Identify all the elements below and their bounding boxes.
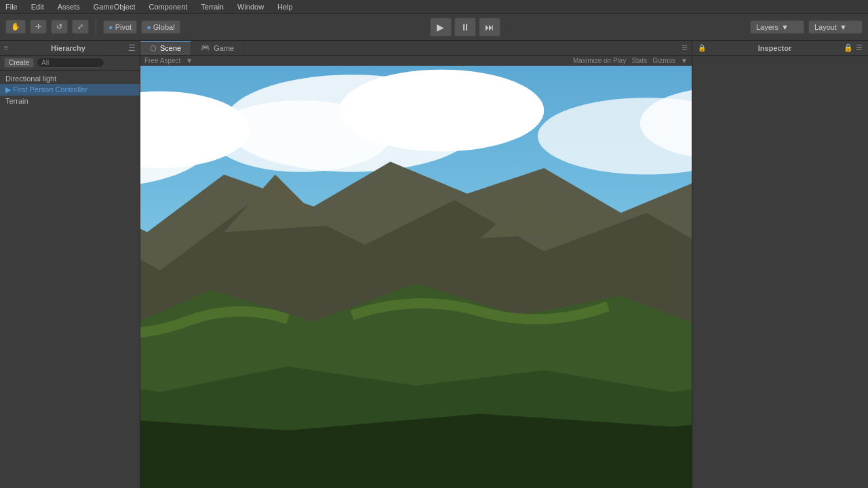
menu-component[interactable]: Component — [146, 3, 190, 11]
hierarchy-search-input[interactable] — [37, 58, 104, 68]
inspector-panel: 🔒 Inspector 🔒 ☰ — [692, 41, 868, 488]
global-button[interactable]: ● Global — [141, 20, 180, 34]
layers-dropdown[interactable]: Layers ▼ — [750, 20, 804, 34]
stats-button[interactable]: Stats — [631, 57, 647, 64]
play-button[interactable]: ▶ — [430, 18, 452, 37]
hierarchy-list: Directional light ▶ First Person Control… — [0, 70, 140, 488]
layers-chevron-icon: ▼ — [781, 23, 789, 31]
menu-file[interactable]: File — [3, 3, 20, 11]
scene-extra-menu[interactable]: ☰ — [682, 44, 688, 52]
global-label: Global — [153, 23, 175, 31]
inspector-title: Inspector — [758, 44, 792, 52]
hierarchy-toolbar: Create — [0, 56, 140, 70]
scale-tool[interactable]: ⤢ — [72, 20, 89, 34]
free-aspect-label: Free Aspect — [144, 57, 180, 64]
menu-window[interactable]: Window — [235, 3, 267, 11]
menu-edit[interactable]: Edit — [28, 3, 47, 11]
menu-help[interactable]: Help — [275, 3, 296, 11]
toolbar-separator-1 — [96, 18, 96, 36]
hierarchy-panel: ≡ Hierarchy ☰ Create Directional light ▶… — [0, 41, 140, 488]
scene-viewport[interactable] — [140, 66, 692, 488]
menu-terrain[interactable]: Terrain — [198, 3, 226, 11]
game-tab[interactable]: 🎮 Game — [191, 41, 244, 54]
hierarchy-title: Hierarchy — [51, 44, 85, 52]
pause-button[interactable]: ⏸ — [454, 18, 476, 37]
hierarchy-item-directional-light[interactable]: Directional light — [0, 73, 140, 84]
scene-tab[interactable]: ⬡ Scene — [140, 41, 191, 55]
inspector-panel-icon: 🔒 — [698, 44, 706, 52]
inspector-menu-icon[interactable]: ☰ — [856, 43, 863, 52]
scene-secondary-toolbar: Free Aspect ▼ Maximize on Play Stats Giz… — [140, 56, 692, 66]
terrain-render — [140, 66, 692, 488]
pivot-button[interactable]: ● Pivot — [103, 20, 137, 34]
game-tab-icon: 🎮 — [201, 43, 210, 52]
gizmos-chevron: ▼ — [681, 57, 688, 64]
center-panel: ⬡ Scene 🎮 Game ☰ Free Aspect ▼ Maximize … — [140, 41, 692, 488]
inspector-lock-icon[interactable]: 🔒 — [844, 43, 853, 52]
layout-dropdown[interactable]: Layout ▼ — [808, 20, 863, 34]
inspector-header: 🔒 Inspector 🔒 ☰ — [692, 41, 868, 56]
terrain-visualization — [140, 66, 692, 488]
move-tool[interactable]: ✛ — [30, 20, 47, 34]
layers-label: Layers — [756, 23, 778, 31]
layout-chevron-icon: ▼ — [840, 23, 847, 31]
menu-gameobject[interactable]: GameObject — [91, 3, 138, 11]
toolbar-right: Layers ▼ Layout ▼ — [750, 20, 863, 34]
game-tab-label: Game — [214, 44, 234, 52]
scene-tab-label: Scene — [160, 44, 181, 52]
toolbar: ✋ ✛ ↺ ⤢ ● Pivot ● Global ▶ ⏸ ⏭ Layers ▼ … — [0, 14, 868, 41]
scene-tab-extra: ☰ — [682, 44, 692, 52]
hierarchy-item-first-person-controller[interactable]: ▶ First Person Controller — [0, 84, 140, 96]
menu-bar: File Edit Assets GameObject Component Te… — [0, 0, 868, 14]
scene-tab-icon: ⬡ — [150, 44, 157, 53]
layout-label: Layout — [814, 23, 837, 31]
scene-game-tabbar: ⬡ Scene 🎮 Game ☰ — [140, 41, 692, 56]
pivot-label: Pivot — [115, 23, 132, 31]
hierarchy-header: ≡ Hierarchy ☰ — [0, 41, 140, 56]
maximize-on-play-label[interactable]: Maximize on Play — [573, 57, 626, 64]
global-radio-icon: ● — [146, 23, 151, 31]
inspector-header-controls: 🔒 ☰ — [844, 43, 863, 52]
gizmos-button[interactable]: Gizmos — [652, 57, 675, 64]
play-controls: ▶ ⏸ ⏭ — [184, 18, 746, 37]
hierarchy-create-button[interactable]: Create — [4, 58, 34, 68]
free-aspect-chevron: ▼ — [186, 57, 193, 64]
hierarchy-item-terrain[interactable]: Terrain — [0, 96, 140, 106]
hand-tool[interactable]: ✋ — [5, 20, 26, 34]
rotate-tool[interactable]: ↺ — [51, 20, 68, 34]
hierarchy-panel-icon: ≡ — [4, 44, 8, 52]
menu-assets[interactable]: Assets — [55, 3, 83, 11]
hierarchy-menu-icon[interactable]: ☰ — [128, 43, 136, 53]
step-button[interactable]: ⏭ — [479, 18, 500, 37]
svg-point-6 — [211, 100, 390, 172]
main-layout: ≡ Hierarchy ☰ Create Directional light ▶… — [0, 41, 868, 488]
pivot-radio-icon: ● — [108, 23, 113, 31]
